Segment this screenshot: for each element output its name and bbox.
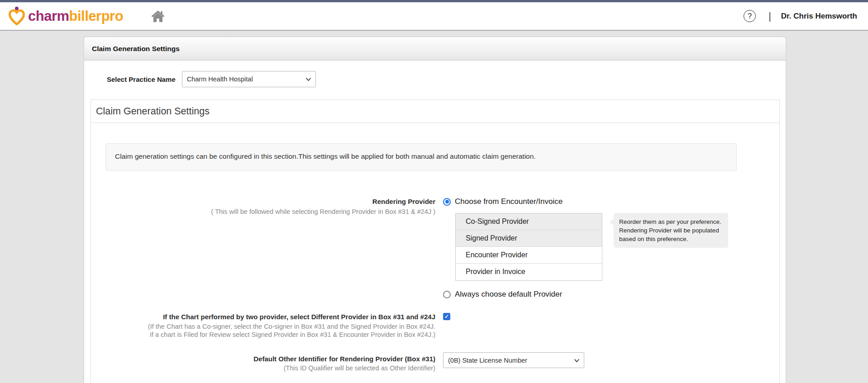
radio-selected-icon[interactable] bbox=[443, 198, 451, 206]
logo-text-billerpro: billerpro bbox=[69, 8, 124, 24]
practice-row: Select Practice Name Charm Health Hospit… bbox=[107, 71, 316, 87]
radio-unselected-icon[interactable] bbox=[443, 291, 451, 298]
two-provider-label-block: If the Chart performed by two provider, … bbox=[91, 313, 435, 339]
provider-order-list: Co-Signed Provider Signed Provider Encou… bbox=[455, 213, 602, 281]
reorder-tooltip: Reorder them as per your preference. Ren… bbox=[614, 213, 728, 248]
radio-choose-from-encounter-label: Choose from Encounter/Invoice bbox=[455, 197, 563, 206]
radio-always-default-label: Always choose default Provider bbox=[455, 290, 562, 299]
rendering-provider-sublabel: ( This will be followed while selecting … bbox=[91, 208, 435, 216]
radio-always-default[interactable]: Always choose default Provider bbox=[443, 290, 562, 299]
two-provider-checkbox[interactable]: ✓ bbox=[443, 313, 450, 320]
provider-order-item[interactable]: Signed Provider bbox=[456, 230, 602, 247]
home-icon[interactable] bbox=[151, 10, 165, 23]
chevron-down-icon bbox=[305, 77, 311, 81]
practice-select-value: Charm Health Hospital bbox=[187, 76, 253, 83]
logo-text-charm: charm bbox=[28, 8, 69, 24]
provider-order-item[interactable]: Co-Signed Provider bbox=[456, 213, 602, 230]
provider-order-item[interactable]: Provider in Invoice bbox=[456, 264, 602, 280]
identifier-label-block: Default Other Identifier for Rendering P… bbox=[91, 355, 435, 372]
section-title: Claim Generation Settings bbox=[91, 100, 779, 123]
app-logo[interactable]: charmbillerpro bbox=[8, 6, 123, 26]
two-provider-checkbox-wrap: ✓ bbox=[443, 313, 450, 320]
identifier-select-value: (0B) State License Number bbox=[448, 357, 527, 364]
claim-settings-panel: Claim Generation Settings Select Practic… bbox=[84, 37, 786, 383]
identifier-select[interactable]: (0B) State License Number bbox=[443, 352, 584, 368]
rendering-provider-label-block: Rendering Provider ( This will be follow… bbox=[91, 198, 435, 216]
radio-choose-from-encounter[interactable]: Choose from Encounter/Invoice bbox=[443, 197, 563, 206]
two-provider-note-line2: If a chart is Filed for Review select Si… bbox=[91, 331, 435, 339]
two-provider-label: If the Chart performed by two provider, … bbox=[91, 313, 435, 321]
identifier-label: Default Other Identifier for Rendering P… bbox=[91, 355, 435, 363]
help-icon[interactable]: ? bbox=[744, 10, 756, 22]
provider-order-item[interactable]: Encounter Provider bbox=[456, 247, 602, 264]
two-provider-note-line1: (If the Chart has a Co-signer, select th… bbox=[91, 322, 435, 331]
section-info-box: Claim generation settings can be configu… bbox=[105, 143, 737, 171]
header-separator: | bbox=[768, 10, 771, 22]
panel-title: Claim Generation Settings bbox=[84, 37, 786, 61]
user-menu[interactable]: Dr. Chris Hemsworth bbox=[781, 12, 857, 21]
chevron-down-icon bbox=[574, 359, 580, 363]
page: charmbillerpro ? | Dr. Chris Hemsworth C… bbox=[0, 0, 868, 383]
identifier-select-wrap: (0B) State License Number bbox=[443, 352, 584, 368]
rendering-provider-label: Rendering Provider bbox=[91, 198, 435, 206]
claim-settings-section: Claim Generation Settings Claim generati… bbox=[91, 99, 780, 383]
app-header: charmbillerpro ? | Dr. Chris Hemsworth bbox=[0, 2, 868, 31]
practice-select-label: Select Practice Name bbox=[107, 76, 176, 83]
practice-select[interactable]: Charm Health Hospital bbox=[182, 71, 316, 87]
identifier-sublabel: (This ID Qualifier will be selected as O… bbox=[91, 364, 435, 372]
heart-logo-icon bbox=[8, 6, 25, 26]
